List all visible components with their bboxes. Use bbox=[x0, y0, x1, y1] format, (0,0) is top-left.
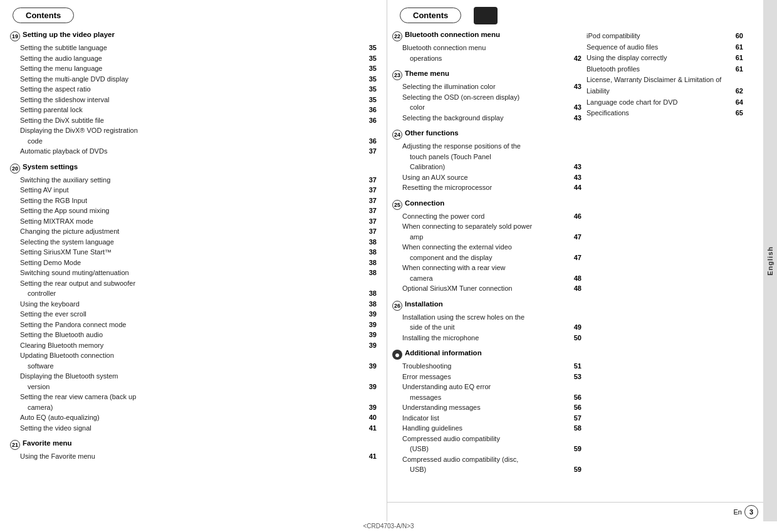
item-text: Calibration) bbox=[410, 162, 445, 172]
item-page: 39 bbox=[369, 309, 377, 320]
section-number: ● bbox=[392, 350, 402, 360]
left-header-row: Contents bbox=[0, 0, 387, 31]
item-page: 61 bbox=[736, 53, 743, 64]
section-19: 19Setting up the video playerSetting the… bbox=[10, 31, 377, 157]
section-20: 20System settingsSwitching the auxiliary… bbox=[10, 163, 377, 434]
item-page: 39 bbox=[369, 320, 377, 330]
section-26: 26InstallationInstallation using the scr… bbox=[392, 300, 581, 343]
list-item: Calibration)43 bbox=[392, 162, 581, 172]
list-item: Setting the rear view camera (back up bbox=[10, 392, 377, 402]
list-item: Understanding auto EQ error bbox=[392, 382, 581, 392]
item-page: 35 bbox=[369, 43, 377, 53]
list-item: Setting the rear output and subwoofer bbox=[10, 278, 377, 289]
right-left-col: 22Bluetooth connection menuBluetooth con… bbox=[392, 31, 587, 502]
section-dot: ●Additional informationTroubleshooting51… bbox=[392, 349, 581, 475]
section-title-text: Connection bbox=[405, 199, 444, 207]
item-page: 61 bbox=[736, 64, 743, 75]
section-title-text: Bluetooth connection menu bbox=[405, 31, 500, 38]
list-item: code36 bbox=[10, 136, 377, 147]
item-page: 53 bbox=[574, 372, 581, 382]
list-item: Specifications65 bbox=[587, 108, 743, 119]
item-text: controller bbox=[28, 288, 56, 299]
item-page: 43 bbox=[574, 162, 581, 172]
item-page: 36 bbox=[369, 105, 377, 115]
item-text: Connecting the power cord bbox=[402, 211, 484, 222]
item-page: 64 bbox=[736, 97, 743, 108]
section-title-text: Installation bbox=[405, 300, 443, 308]
right-panel: Contents 22Bluetooth connection menuBlue… bbox=[387, 0, 777, 521]
section-number: 19 bbox=[10, 31, 20, 41]
item-text: Selecting the illumination color bbox=[402, 81, 496, 92]
list-item: Indicator list57 bbox=[392, 413, 581, 424]
section-title: 25Connection bbox=[392, 199, 581, 210]
list-item: Setting the multi-angle DVD display35 bbox=[10, 74, 377, 85]
list-item: When connecting with a rear view bbox=[392, 263, 581, 273]
section-title: 24Other functions bbox=[392, 129, 581, 140]
list-item: When connecting to separately sold power bbox=[392, 221, 581, 232]
item-text: camera) bbox=[28, 402, 53, 413]
item-text: Setting SiriusXM Tune Start™ bbox=[20, 247, 112, 258]
item-text: Selecting the system language bbox=[20, 237, 114, 248]
item-page: 48 bbox=[574, 273, 581, 284]
list-item: Setting the App sound mixing37 bbox=[10, 206, 377, 216]
item-text: Understanding auto EQ error bbox=[402, 382, 491, 392]
list-item: Selecting the system language38 bbox=[10, 237, 377, 248]
list-item: Using an AUX source43 bbox=[392, 172, 581, 183]
list-item: color43 bbox=[392, 102, 581, 113]
section-title: ●Additional information bbox=[392, 349, 581, 360]
list-item: Displaying the Bluetooth system bbox=[10, 371, 377, 382]
item-text: Setting the subtitle language bbox=[20, 43, 107, 53]
list-item: Clearing Bluetooth memory39 bbox=[10, 340, 377, 351]
page-label: En bbox=[734, 508, 742, 516]
list-item: (USB)59 bbox=[392, 444, 581, 454]
item-page: 39 bbox=[369, 361, 377, 372]
item-text: Setting AV input bbox=[20, 185, 68, 196]
item-text: Troubleshooting bbox=[402, 361, 451, 372]
item-text: Selecting the OSD (on-screen display) bbox=[402, 92, 519, 103]
section-25: 25ConnectionConnecting the power cord46W… bbox=[392, 199, 581, 294]
item-page: 47 bbox=[574, 232, 581, 243]
item-text: Specifications bbox=[587, 108, 629, 119]
list-item: Displaying the DivX® VOD registration bbox=[10, 125, 377, 136]
section-title-text: System settings bbox=[23, 163, 78, 170]
item-page: 43 bbox=[574, 102, 581, 113]
list-item: Liability62 bbox=[587, 86, 743, 97]
section-title: 19Setting up the video player bbox=[10, 31, 377, 41]
item-page: 48 bbox=[574, 283, 581, 294]
list-item: Installation using the screw holes on th… bbox=[392, 312, 581, 323]
list-item: messages56 bbox=[392, 392, 581, 403]
list-item: Auto EQ (auto-equalizing)40 bbox=[10, 412, 377, 423]
item-text: Changing the picture adjustment bbox=[20, 226, 119, 237]
item-page: 37 bbox=[369, 206, 377, 216]
item-text: Setting the menu language bbox=[20, 63, 103, 74]
section-22: 22Bluetooth connection menuBluetooth con… bbox=[392, 31, 581, 63]
list-item: Setting the audio language35 bbox=[10, 53, 377, 64]
sidebar-language-label: English bbox=[766, 246, 774, 276]
list-item: Automatic playback of DVDs37 bbox=[10, 146, 377, 157]
item-page: 39 bbox=[369, 330, 377, 340]
item-text: (USB) bbox=[410, 444, 429, 454]
item-text: Setting the ever scroll bbox=[20, 309, 86, 320]
item-text: color bbox=[410, 102, 425, 113]
item-text: Displaying the DivX® VOD registration bbox=[20, 125, 138, 136]
item-text: code bbox=[28, 136, 43, 147]
left-content-area: 19Setting up the video playerSetting the… bbox=[0, 31, 387, 521]
item-page: 41 bbox=[369, 451, 377, 462]
list-item: USB)59 bbox=[392, 464, 581, 475]
section-23: 23Theme menuSelecting the illumination c… bbox=[392, 70, 581, 123]
item-page: 43 bbox=[574, 113, 581, 123]
right-black-box bbox=[474, 7, 498, 24]
item-page: 39 bbox=[369, 382, 377, 392]
item-text: version bbox=[28, 382, 50, 392]
left-header-bar: Contents bbox=[13, 8, 74, 23]
item-page: 37 bbox=[369, 226, 377, 237]
item-text: Auto EQ (auto-equalizing) bbox=[20, 412, 100, 423]
item-text: Bluetooth profiles bbox=[587, 64, 640, 75]
item-page: 60 bbox=[736, 31, 743, 42]
list-item: Using the keyboard38 bbox=[10, 299, 377, 310]
list-item: component and the display47 bbox=[392, 253, 581, 263]
item-text: Using the keyboard bbox=[20, 299, 80, 310]
list-item: Compressed audio compatibility bbox=[392, 434, 581, 444]
item-page: 62 bbox=[736, 86, 743, 97]
item-text: Updating Bluetooth connection bbox=[20, 350, 114, 361]
